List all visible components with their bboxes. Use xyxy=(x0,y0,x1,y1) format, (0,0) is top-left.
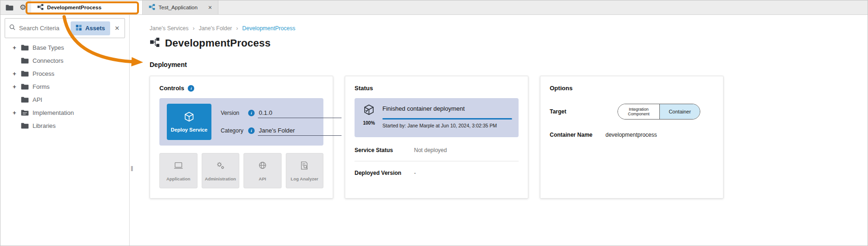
search-input[interactable] xyxy=(19,25,67,32)
breadcrumb-janes-services[interactable]: Jane's Services xyxy=(150,25,189,32)
asset-explorer-sidebar: Assets × + Base Types Connectors + Proce… xyxy=(0,15,130,246)
sidebar-item-api[interactable]: API xyxy=(0,93,129,106)
app-window: ⚙ DevelopmentProcess Test_Application × xyxy=(0,0,868,246)
deployment-cards: Controls i Deploy Service Version i xyxy=(150,76,868,199)
progress-bar xyxy=(382,118,512,120)
breadcrumb: Jane's Services › Jane's Folder › Develo… xyxy=(150,25,868,32)
service-status-label: Service Status xyxy=(355,147,414,153)
application-icon xyxy=(173,160,184,173)
sidebar-item-connectors[interactable]: Connectors xyxy=(0,54,129,67)
container-name-label: Container Name xyxy=(550,132,605,138)
assets-chip-label: Assets xyxy=(85,25,105,32)
control-action-tiles: Application Administration API xyxy=(159,153,323,188)
sidebar-resize-handle[interactable]: ‖ xyxy=(131,165,133,173)
administration-button[interactable]: Administration xyxy=(202,153,240,188)
status-started-info: Started by: Jane Marple at Jun 10, 2024,… xyxy=(382,123,512,128)
container-name-value: developmentprocess xyxy=(605,132,657,138)
controls-card: Controls i Deploy Service Version i xyxy=(150,76,333,199)
folder-implementation-icon xyxy=(21,110,29,116)
breadcrumb-current[interactable]: DevelopmentProcess xyxy=(242,25,295,32)
info-icon[interactable]: i xyxy=(188,85,194,92)
tab-development-process[interactable]: DevelopmentProcess xyxy=(31,0,143,14)
tree-item-label: Process xyxy=(33,70,54,77)
service-status-value: Not deployed xyxy=(414,147,447,153)
api-label: API xyxy=(259,176,266,181)
gears-icon xyxy=(215,160,225,173)
options-card-title: Options xyxy=(550,85,572,92)
info-icon[interactable]: i xyxy=(248,110,255,116)
deploy-service-button[interactable]: Deploy Service xyxy=(167,104,211,140)
tree-item-label: Base Types xyxy=(33,44,64,51)
tree-item-label: Forms xyxy=(33,83,50,90)
folder-icon xyxy=(21,71,29,77)
application-button[interactable]: Application xyxy=(159,153,197,188)
target-row: Target Integration Component Container xyxy=(550,104,714,120)
close-tab-icon[interactable]: × xyxy=(208,4,212,11)
expand-icon[interactable]: + xyxy=(12,44,17,51)
target-label: Target xyxy=(550,108,605,115)
asset-tree: + Base Types Connectors + Process + Form… xyxy=(0,41,129,132)
globe-icon xyxy=(257,160,268,173)
category-label: Category xyxy=(221,127,245,134)
sidebar-item-process[interactable]: + Process xyxy=(0,67,129,80)
top-tab-bar: ⚙ DevelopmentProcess Test_Application × xyxy=(0,0,868,15)
package-icon xyxy=(184,111,195,124)
page-title: DevelopmentProcess xyxy=(165,37,270,49)
deployment-status-panel: 100% Finished container deployment Start… xyxy=(355,98,519,137)
api-button[interactable]: API xyxy=(243,153,282,188)
application-label: Application xyxy=(166,176,191,181)
info-icon[interactable]: i xyxy=(248,127,255,134)
process-icon xyxy=(149,4,155,11)
sidebar-item-forms[interactable]: + Forms xyxy=(0,80,129,93)
deployed-version-label: Deployed Version xyxy=(355,170,414,176)
container-name-row: Container Name developmentprocess xyxy=(550,132,714,138)
controls-card-title: Controls xyxy=(159,85,184,92)
tree-item-label: API xyxy=(33,96,42,103)
folder-icon xyxy=(21,84,29,90)
version-input[interactable] xyxy=(258,108,342,118)
target-option-container[interactable]: Container xyxy=(660,104,700,119)
folder-icon xyxy=(21,45,29,51)
folder-icon xyxy=(21,123,29,129)
administration-label: Administration xyxy=(205,176,236,181)
sidebar-item-implementation[interactable]: + Implementation xyxy=(0,106,129,119)
breadcrumb-janes-folder[interactable]: Jane's Folder xyxy=(199,25,232,32)
clear-search-icon[interactable]: × xyxy=(113,24,121,32)
tab-label: DevelopmentProcess xyxy=(47,5,101,10)
log-search-icon xyxy=(299,160,309,173)
tab-test-application[interactable]: Test_Application × xyxy=(143,0,218,14)
version-label: Version xyxy=(221,110,245,116)
category-input[interactable] xyxy=(258,126,342,136)
options-card: Options Target Integration Component Con… xyxy=(540,76,723,199)
search-icon xyxy=(9,24,16,33)
deploy-panel: Deploy Service Version i Category i xyxy=(159,98,323,146)
tree-item-label: Libraries xyxy=(33,122,56,129)
divider xyxy=(355,161,519,161)
deployed-version-row: Deployed Version - xyxy=(355,170,519,176)
log-analyzer-button[interactable]: Log Analyzer xyxy=(286,153,324,188)
expand-icon[interactable]: + xyxy=(12,109,17,116)
progress-percent: 100% xyxy=(363,120,375,126)
status-message: Finished container deployment xyxy=(382,104,512,112)
tree-item-label: Implementation xyxy=(33,109,74,116)
search-bar: Assets × xyxy=(5,18,125,38)
status-card: Status 100% Finished container deploymen… xyxy=(345,76,528,199)
status-card-title: Status xyxy=(355,85,373,92)
folder-browse-icon[interactable] xyxy=(6,5,13,11)
settings-gear-icon[interactable]: ⚙ xyxy=(20,4,26,11)
assets-filter-chip[interactable]: Assets xyxy=(71,21,110,35)
page-title-row: DevelopmentProcess xyxy=(150,37,868,49)
sidebar-item-base-types[interactable]: + Base Types xyxy=(0,41,129,54)
expand-icon[interactable]: + xyxy=(12,83,17,90)
assets-grid-icon xyxy=(76,25,82,32)
deployed-version-value: - xyxy=(414,170,416,176)
expand-icon[interactable]: + xyxy=(12,70,17,77)
deploy-button-label: Deploy Service xyxy=(171,127,208,133)
target-option-integration-component[interactable]: Integration Component xyxy=(618,104,660,119)
process-icon xyxy=(150,37,160,49)
folder-icon xyxy=(21,97,29,103)
sidebar-item-libraries[interactable]: Libraries xyxy=(0,119,129,132)
log-analyzer-label: Log Analyzer xyxy=(291,176,318,181)
folder-icon xyxy=(21,58,29,64)
topbar-icon-group: ⚙ xyxy=(0,0,31,14)
